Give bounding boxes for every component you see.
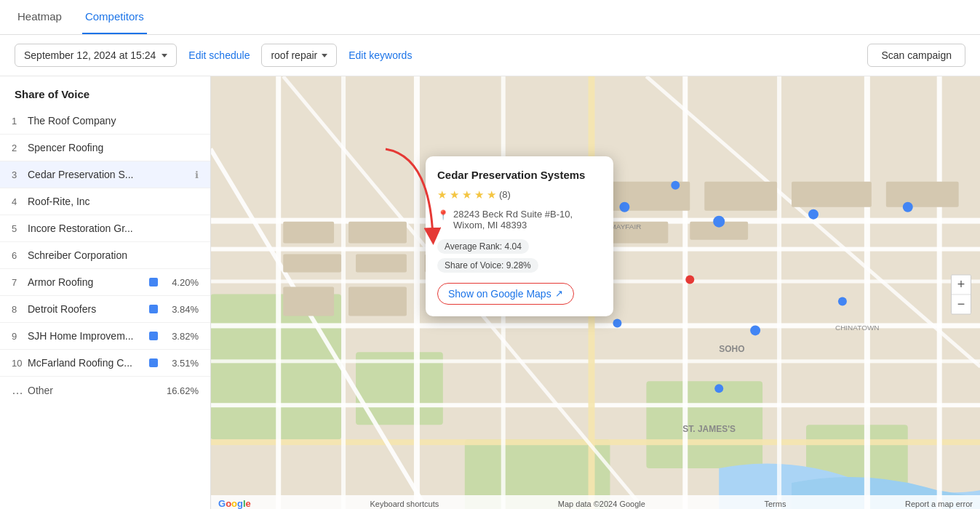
show-on-google-maps-button[interactable]: Show on Google Maps ↗: [437, 283, 574, 305]
competitor-name: SJH Home Improvem...: [28, 330, 149, 342]
svg-point-51: [714, 384, 723, 393]
list-item[interactable]: 5 Incore Restoration Gr...: [0, 215, 210, 242]
rank-number: 1: [12, 116, 28, 127]
svg-point-56: [671, 181, 680, 190]
svg-rect-13: [276, 76, 281, 509]
map-zoom-controls: + −: [951, 274, 971, 314]
avg-rank-text: Average Rank: 4.04: [437, 239, 529, 254]
other-pct: 16.62%: [167, 385, 199, 396]
top-tabs: Heatmap Competitors: [0, 0, 980, 35]
competitor-popup: Cedar Preservation Systems ★ ★ ★ ★ ★ (8)…: [426, 156, 613, 316]
list-item[interactable]: 6 Schreiber Corporation: [0, 242, 210, 269]
star-3: ★: [462, 188, 471, 201]
google-logo: Google: [218, 498, 251, 509]
svg-rect-34: [283, 287, 334, 316]
svg-point-49: [838, 297, 847, 305]
competitor-name: Spencer Roofing: [28, 142, 199, 153]
location-pin-icon: 📍: [437, 209, 449, 220]
tab-competitors[interactable]: Competitors: [82, 0, 147, 34]
svg-rect-14: [341, 76, 346, 509]
list-item[interactable]: 7 Armor Roofing 4.20%: [0, 269, 210, 296]
map-data-attribution: Map data ©2024 Google: [558, 500, 645, 508]
date-selector-button[interactable]: September 12, 2024 at 15:24: [15, 44, 177, 67]
review-count: (8): [499, 189, 511, 200]
toolbar: September 12, 2024 at 15:24 Edit schedul…: [0, 35, 980, 76]
star-2: ★: [450, 188, 459, 201]
rank-number: 8: [12, 304, 28, 315]
popup-title: Cedar Preservation Systems: [437, 168, 602, 183]
svg-rect-26: [348, 222, 407, 244]
sov-header: Share of Voice: [0, 76, 210, 108]
competitor-pct: 3.82%: [162, 331, 199, 342]
svg-rect-20: [864, 76, 870, 509]
svg-rect-37: [704, 182, 777, 211]
svg-point-54: [808, 209, 818, 220]
list-item[interactable]: 2 Spencer Roofing: [0, 135, 210, 161]
rank-number: 3: [12, 169, 28, 180]
competitor-name: Cedar Preservation S...: [28, 169, 192, 180]
competitor-list: 1 The Roof Company 2 Spencer Roofing 3 C…: [0, 108, 210, 377]
svg-rect-39: [886, 182, 959, 207]
competitor-pct: 3.84%: [162, 304, 199, 315]
competitor-name: Incore Restoration Gr...: [28, 223, 199, 234]
competitor-name: Roof-Rite, Inc: [28, 196, 199, 207]
bar-icon: [149, 358, 158, 367]
svg-text:CHINATOWN: CHINATOWN: [835, 324, 880, 332]
zoom-out-button[interactable]: −: [952, 294, 971, 313]
rank-number: 9: [12, 331, 28, 342]
other-label: Other: [28, 385, 167, 396]
svg-text:SOHO: SOHO: [719, 344, 744, 354]
rank-number: 7: [12, 277, 28, 288]
list-item[interactable]: 8 Detroit Roofers 3.84%: [0, 296, 210, 323]
competitor-pct: 4.20%: [162, 277, 199, 288]
star-5: ★: [487, 188, 496, 201]
svg-rect-38: [792, 182, 872, 207]
svg-rect-18: [682, 76, 688, 509]
competitor-name: Schreiber Corporation: [28, 249, 199, 261]
list-item[interactable]: 1 The Roof Company: [0, 108, 210, 135]
bar-icon: [149, 332, 158, 340]
svg-point-55: [903, 202, 913, 212]
chevron-down-icon: [162, 54, 167, 57]
zoom-in-button[interactable]: +: [952, 275, 971, 294]
svg-rect-21: [937, 76, 942, 509]
keyboard-shortcuts[interactable]: Keyboard shortcuts: [370, 500, 439, 508]
bar-icon: [149, 278, 158, 286]
svg-point-52: [713, 216, 725, 228]
star-1: ★: [437, 188, 447, 201]
list-item[interactable]: 9 SJH Home Improvem... 3.82%: [0, 323, 210, 350]
edit-keywords-button[interactable]: Edit keywords: [346, 44, 415, 66]
svg-rect-32: [356, 254, 407, 273]
keyword-selector-button[interactable]: roof repair: [261, 44, 337, 67]
date-label: September 12, 2024 at 15:24: [24, 49, 156, 61]
sov-text: Share of Voice: 9.28%: [437, 258, 538, 273]
sov-badge: Share of Voice: 9.28%: [437, 258, 602, 277]
other-dots: …: [12, 384, 28, 397]
svg-rect-35: [348, 287, 407, 316]
external-link-icon: ↗: [555, 288, 563, 299]
report-error-link[interactable]: Report a map error: [905, 500, 973, 508]
list-item[interactable]: 10 McFarland Roofing C... 3.51%: [0, 350, 210, 377]
rank-number: 2: [12, 143, 28, 153]
edit-schedule-button[interactable]: Edit schedule: [186, 44, 252, 66]
share-of-voice-panel: Share of Voice 1 The Roof Company 2 Spen…: [0, 76, 211, 509]
competitor-name: McFarland Roofing C...: [28, 357, 149, 369]
svg-point-48: [750, 325, 760, 335]
svg-point-53: [619, 202, 629, 212]
svg-rect-19: [777, 76, 781, 509]
svg-point-47: [685, 276, 694, 284]
list-item[interactable]: 4 Roof-Rite, Inc: [0, 188, 210, 215]
terms-link[interactable]: Terms: [764, 500, 786, 508]
competitor-name: The Roof Company: [28, 115, 199, 127]
avg-rank-badge: Average Rank: 4.04: [437, 239, 602, 258]
tab-heatmap[interactable]: Heatmap: [15, 0, 65, 34]
scan-campaign-button[interactable]: Scan campaign: [867, 44, 965, 67]
list-item[interactable]: 3 Cedar Preservation S... ℹ: [0, 161, 210, 188]
rank-number: 10: [12, 358, 28, 369]
popup-rating: ★ ★ ★ ★ ★ (8): [437, 188, 602, 201]
map-bottom-bar: Google Keyboard shortcuts Map data ©2024…: [211, 495, 980, 509]
map-area[interactable]: SOHO MAYFAIR SOHO CHINATOWN ST. JAMES'S …: [211, 76, 980, 509]
svg-point-50: [613, 318, 621, 327]
info-icon[interactable]: ℹ: [195, 169, 199, 180]
svg-text:ST. JAMES'S: ST. JAMES'S: [682, 424, 736, 434]
